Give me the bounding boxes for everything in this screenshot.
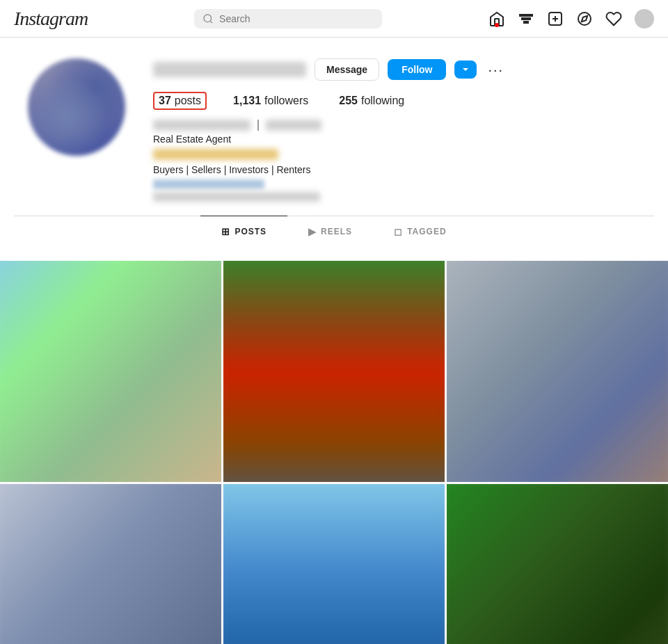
profile-header: Message Follow ··· 37 posts 1,131 follow… <box>14 58 654 202</box>
profile-bio-links: Buyers | Sellers | Investors | Renters <box>153 164 640 175</box>
svg-marker-10 <box>582 15 587 21</box>
grid-image-4 <box>0 484 221 644</box>
heart-icon[interactable] <box>605 10 622 27</box>
profile-highlight-blur <box>153 149 278 160</box>
posts-grid <box>0 261 668 644</box>
profile-name2-blur <box>266 120 321 131</box>
svg-point-9 <box>578 13 591 25</box>
grid-image-1 <box>0 261 221 482</box>
profile-divider <box>257 120 259 131</box>
following-stat[interactable]: 255 following <box>335 92 408 110</box>
tabs-nav: ⊞ POSTS ▶ REELS ◻ TAGGED <box>14 216 654 247</box>
grid-item-2[interactable] <box>223 261 445 482</box>
following-count: 255 <box>339 95 358 107</box>
profile-role: Real Estate Agent <box>153 134 640 145</box>
profile-name-blur <box>153 120 250 131</box>
profile-extra-blur <box>153 192 320 202</box>
reels-icon: ▶ <box>308 226 317 237</box>
profile-url-blur <box>153 179 264 189</box>
svg-marker-5 <box>524 22 528 23</box>
followers-label: followers <box>264 95 308 107</box>
posts-label: posts <box>175 95 201 107</box>
instagram-logo[interactable]: Instagram <box>14 8 88 30</box>
posts-grid-icon: ⊞ <box>221 226 230 237</box>
profile-container: Message Follow ··· 37 posts 1,131 follow… <box>0 38 668 261</box>
home-icon[interactable] <box>488 10 505 27</box>
followers-count: 1,131 <box>233 95 261 107</box>
tab-posts-label: POSTS <box>234 227 267 236</box>
grid-image-5 <box>223 484 445 644</box>
tab-tagged[interactable]: ◻ TAGGED <box>373 216 467 247</box>
tab-reels-label: REELS <box>321 227 352 236</box>
grid-item-1[interactable] <box>0 261 221 482</box>
more-options-button[interactable]: ··· <box>485 59 507 81</box>
nav-avatar[interactable] <box>635 9 654 29</box>
tab-tagged-label: TAGGED <box>407 227 446 236</box>
following-label: following <box>361 95 404 107</box>
navbar: Instagram <box>0 0 668 38</box>
grid-image-6 <box>447 484 668 644</box>
grid-item-5[interactable] <box>223 484 445 644</box>
grid-image-2 <box>223 261 445 482</box>
profile-name-row <box>153 120 640 131</box>
chevron-down-icon <box>461 65 470 74</box>
grid-item-3[interactable] <box>447 261 668 482</box>
grid-item-4[interactable] <box>0 484 221 644</box>
notification-dot <box>495 23 499 27</box>
svg-line-1 <box>210 21 212 23</box>
tab-posts[interactable]: ⊞ POSTS <box>200 216 287 247</box>
posts-count: 37 <box>159 95 171 107</box>
tab-reels[interactable]: ▶ REELS <box>287 216 373 247</box>
search-input[interactable] <box>219 13 374 24</box>
svg-marker-4 <box>522 18 530 19</box>
create-icon[interactable] <box>547 10 564 27</box>
profile-stats: 37 posts 1,131 followers 255 following <box>153 92 640 110</box>
search-bar[interactable] <box>194 9 382 29</box>
search-icon <box>202 13 214 24</box>
followers-stat[interactable]: 1,131 followers <box>229 92 312 110</box>
nav-icons <box>488 9 654 29</box>
profile-avatar-wrap <box>28 58 125 156</box>
posts-stat[interactable]: 37 posts <box>153 92 207 110</box>
tagged-icon: ◻ <box>394 226 403 237</box>
compass-icon[interactable] <box>576 10 593 27</box>
tabs-section: ⊞ POSTS ▶ REELS ◻ TAGGED <box>14 216 654 247</box>
explore-icon[interactable] <box>518 10 534 27</box>
svg-marker-3 <box>520 15 532 16</box>
follow-button[interactable]: Follow <box>388 59 446 80</box>
profile-info: Message Follow ··· 37 posts 1,131 follow… <box>153 58 640 202</box>
grid-image-3 <box>447 261 668 482</box>
svg-point-0 <box>204 15 212 22</box>
follow-dropdown-button[interactable] <box>454 61 477 79</box>
profile-avatar <box>28 58 125 156</box>
profile-username-blur <box>153 62 306 77</box>
grid-item-6[interactable] <box>447 484 668 644</box>
profile-avatar-inner <box>28 58 125 156</box>
message-button[interactable]: Message <box>315 58 379 81</box>
profile-top-row: Message Follow ··· <box>153 58 640 81</box>
